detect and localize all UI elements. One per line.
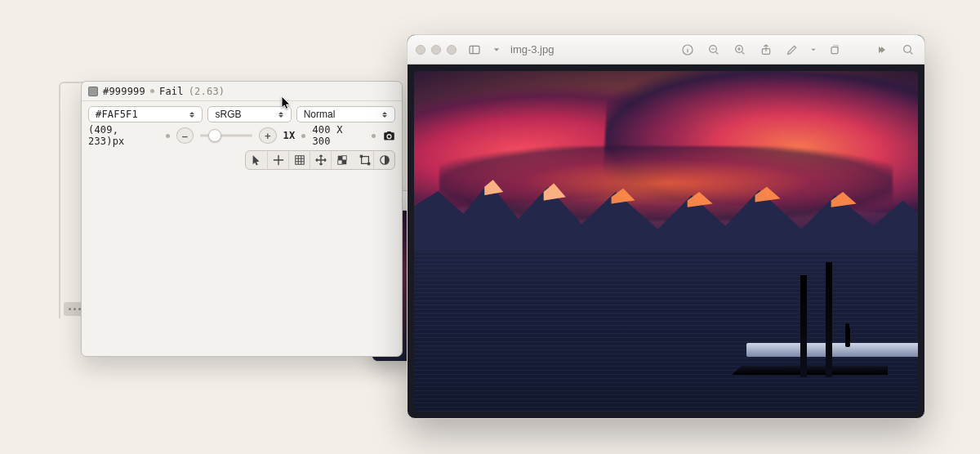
color-settings-row: #FAF5F1 sRGB Normal	[82, 105, 402, 124]
window-traffic-lights[interactable]	[416, 45, 457, 55]
tool-strip	[82, 145, 402, 175]
svg-rect-8	[470, 46, 479, 53]
background-hex-field[interactable]: #FAF5F1	[88, 106, 203, 122]
separator-dot	[372, 134, 376, 138]
zoom-slider[interactable]	[200, 127, 252, 144]
blend-mode-select[interactable]: Normal	[296, 106, 395, 122]
toggle-sidebar-button[interactable]	[466, 42, 483, 58]
svg-rect-5	[360, 155, 362, 157]
markup-button[interactable]	[784, 42, 800, 58]
window-filename: img-3.jpg	[510, 43, 554, 56]
info-button[interactable]	[679, 42, 696, 58]
zoom-in-button[interactable]	[732, 42, 748, 58]
person-silhouette	[844, 323, 852, 347]
chevron-updown-icon	[276, 112, 286, 118]
checker-tool[interactable]	[331, 151, 352, 169]
zoom-level: 1X	[283, 130, 296, 141]
minimize-window-icon[interactable]	[431, 45, 441, 55]
color-inspector-panel: #999999 Fail (2.63) #FAF5F1 sRGB Normal …	[81, 81, 403, 357]
contrast-ratio: (2.63)	[189, 86, 225, 97]
share-button[interactable]	[758, 42, 774, 58]
zoom-out-button[interactable]: –	[176, 127, 194, 144]
svg-rect-6	[368, 163, 369, 165]
move-tool[interactable]	[310, 151, 331, 169]
zoom-window-icon[interactable]	[447, 45, 457, 55]
grid-tool[interactable]	[288, 151, 310, 169]
preview-titlebar: img-3.jpg	[408, 35, 924, 65]
sample-hex: #999999	[103, 86, 145, 97]
separator-dot	[166, 134, 170, 138]
zoom-in-button[interactable]: +	[259, 127, 276, 144]
image-viewport[interactable]	[414, 71, 918, 412]
svg-rect-0	[337, 156, 341, 160]
screenshot-button[interactable]	[382, 129, 395, 142]
blend-mode-value: Normal	[304, 109, 336, 120]
svg-rect-13	[831, 47, 838, 53]
canvas-dimensions: 400 X 300	[312, 124, 365, 147]
pointer-tool[interactable]	[246, 151, 267, 169]
close-window-icon[interactable]	[416, 45, 425, 55]
crop-tool[interactable]	[352, 151, 373, 169]
background-hex-value: #FAF5F1	[96, 109, 138, 120]
svg-point-14	[904, 45, 911, 52]
geometry-row: (409, 233)px – + 1X 400 X 300	[82, 126, 402, 145]
color-space-value: sRGB	[215, 109, 241, 120]
tool-segmented-control	[245, 150, 395, 170]
separator-dot	[301, 134, 305, 138]
rotate-button[interactable]	[826, 42, 843, 58]
contrast-circle-tool[interactable]	[373, 151, 394, 169]
chevron-down-icon[interactable]	[810, 42, 817, 58]
svg-rect-3	[337, 160, 341, 164]
pointer-coordinates: (409, 233)px	[88, 124, 159, 147]
separator-dot	[150, 89, 154, 93]
chevron-updown-icon	[380, 112, 390, 118]
contrast-status: Fail	[159, 86, 184, 97]
search-button[interactable]	[900, 42, 916, 58]
color-space-select[interactable]: sRGB	[207, 106, 291, 122]
overflow-button[interactable]	[874, 42, 890, 58]
sample-readout-row: #999999 Fail (2.63)	[82, 82, 402, 101]
preview-window: img-3.jpg	[407, 34, 925, 419]
crosshair-tool[interactable]	[267, 151, 288, 169]
chevron-updown-icon	[187, 112, 197, 118]
sample-swatch	[88, 87, 98, 96]
svg-rect-1	[342, 160, 346, 164]
svg-rect-2	[342, 156, 346, 160]
zoom-out-button[interactable]	[706, 42, 722, 58]
chevron-down-icon[interactable]	[492, 42, 501, 58]
